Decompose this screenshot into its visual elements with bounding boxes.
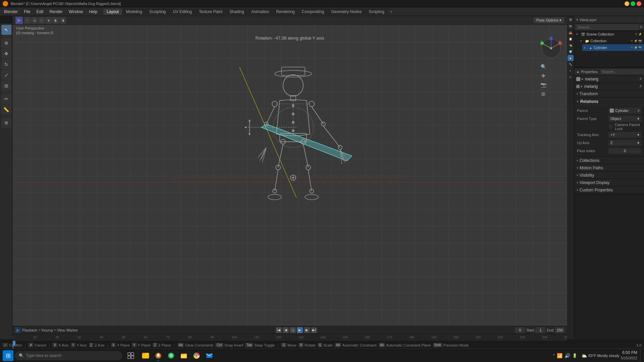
viewport-wireframe-btn[interactable]: □ — [38, 17, 45, 24]
shift-key[interactable]: Shift — [433, 343, 442, 347]
add-workspace-button[interactable]: + — [388, 9, 394, 15]
file-explorer-app[interactable] — [178, 350, 190, 362]
properties-search-input[interactable] — [600, 69, 644, 74]
object-subname-display[interactable]: metarig — [584, 84, 598, 89]
annotate-tool-button[interactable]: ✏ — [1, 94, 11, 104]
grid-view-button[interactable]: ⊞ — [539, 90, 547, 98]
battery-icon[interactable]: 🔋 — [572, 353, 577, 358]
outliner-filter-icon[interactable]: ⋮ — [638, 17, 642, 22]
show-hidden-icon[interactable]: ^ — [553, 353, 555, 358]
menu-edit[interactable]: Edit — [34, 9, 46, 15]
custom-properties-section-header[interactable]: ▸ Custom Properties — [574, 186, 644, 194]
tab-geometry-nodes[interactable]: Geometry Nodes — [328, 9, 365, 15]
viewport-canvas[interactable]: Rotation: -47.38 along global Y axis X Y… — [13, 25, 567, 339]
viewport-solid-btn[interactable]: ● — [45, 17, 52, 24]
view-layer-icon[interactable]: 📋 — [568, 36, 574, 42]
tab-texture-paint[interactable]: Texture Paint — [196, 9, 226, 15]
scene-props-icon[interactable]: 🎭 — [568, 42, 574, 48]
collections-section-header[interactable]: ▸ Collections — [574, 157, 644, 164]
menu-blender[interactable]: Blender — [1, 9, 20, 15]
viewport-rendered-btn[interactable]: ◑ — [59, 17, 66, 24]
pass-index-value[interactable]: 0 — [608, 148, 641, 154]
s-key[interactable]: S — [318, 343, 323, 347]
prev-frame-button[interactable]: ◀ — [283, 327, 289, 333]
menu-file[interactable]: File — [21, 9, 33, 15]
select-tool-button[interactable]: ↖ — [1, 25, 11, 35]
outliner-cylinder[interactable]: ▸ ▲ Cylinder 👁 ⚡ 📷 — [582, 44, 644, 51]
play-button[interactable]: ▶ — [297, 327, 303, 333]
tracking-axis-dropdown[interactable]: +Y ▾ — [608, 132, 641, 138]
coll-visible-icon[interactable]: 👁 — [630, 39, 633, 43]
keying-label[interactable]: Keying — [42, 328, 53, 332]
network-icon[interactable]: 📶 — [557, 353, 562, 358]
spotify-app[interactable] — [165, 350, 177, 362]
altalt-key[interactable]: Alt — [379, 343, 385, 347]
tab-modeling[interactable]: Modeling — [122, 9, 146, 15]
marker-label[interactable]: Marker — [66, 328, 78, 332]
tab-sculpting[interactable]: Sculpting — [146, 9, 169, 15]
visibility-section-header[interactable]: ▸ Visibility — [574, 172, 644, 179]
start-button[interactable]: ⊞ — [3, 350, 13, 361]
render-icon[interactable]: 📷 — [568, 23, 574, 29]
tab-layout[interactable]: Layout — [103, 9, 122, 15]
chrome-app[interactable] — [191, 350, 203, 362]
viewport-display-section-header[interactable]: ▸ Viewport Display — [574, 179, 644, 186]
x-key[interactable]: X — [52, 343, 57, 347]
object-subname-clear[interactable]: ✗ — [639, 84, 642, 88]
task-view-button[interactable] — [125, 350, 137, 362]
viewport-3d[interactable]: ▷ ○ ◎ □ ● ◐ ◑ Pose Options ▾ User Perspe… — [13, 16, 567, 339]
outliner-scene-collection[interactable]: ▾ 🎬 Scene Collection 👁 ⚡ — [574, 31, 644, 38]
current-frame-display[interactable]: 0 — [515, 327, 525, 333]
up-axis-dropdown[interactable]: Z ▾ — [608, 140, 641, 146]
maximize-button[interactable] — [631, 1, 635, 6]
menu-render[interactable]: Render — [47, 9, 65, 15]
start-frame-input[interactable]: 1 — [535, 327, 545, 333]
show-desktop-button[interactable] — [640, 350, 641, 362]
parent-type-dropdown[interactable]: Object ▾ — [608, 116, 641, 122]
y-key[interactable]: Y — [71, 343, 76, 347]
tab-rendering[interactable]: Rendering — [273, 9, 298, 15]
camera-parent-lock-checkbox[interactable] — [609, 124, 613, 129]
particles-icon[interactable]: ✦ — [568, 68, 574, 74]
cursor-tool-button[interactable]: ⊕ — [1, 38, 11, 48]
tab-scripting[interactable]: Scripting — [365, 9, 388, 15]
viewport-overlay-btn[interactable]: ○ — [24, 17, 31, 24]
outliner-filter-btn[interactable]: ⚙ — [640, 25, 643, 29]
measure-tool-button[interactable]: 📏 — [1, 105, 11, 115]
zz-key[interactable]: Z — [153, 343, 157, 347]
world-icon[interactable]: 🌍 — [568, 49, 574, 55]
timeline-scale[interactable]: 0102030405060708090100110120130140150160… — [13, 334, 567, 341]
tab-compositing[interactable]: Compositing — [299, 9, 328, 15]
taskbar-search[interactable]: 🔍 Type here to search — [15, 351, 122, 360]
scale-tool-button[interactable]: ⤢ — [1, 70, 11, 80]
object-name-clear[interactable]: ✗ — [639, 77, 642, 81]
coll-render-icon[interactable]: 📷 — [638, 39, 642, 43]
motion-paths-section-header[interactable]: ▸ Motion Paths — [574, 164, 644, 172]
parent-value[interactable]: Cylinder ✗ — [608, 108, 641, 114]
weather-display[interactable]: ⛅ 83°F Mostly cloudy — [581, 353, 620, 358]
zoom-in-button[interactable]: 🔍 — [539, 63, 547, 71]
camera-button[interactable]: 📷 — [539, 81, 547, 89]
yy-key[interactable]: Y — [132, 343, 137, 347]
add-tool-button[interactable]: ⊕ — [1, 118, 11, 128]
scene-icon[interactable]: 🎬 — [568, 17, 574, 23]
viewport-xray-btn[interactable]: ◎ — [31, 17, 38, 24]
tab-uv-editing[interactable]: UV Editing — [169, 9, 195, 15]
physics-icon[interactable]: ⚙ — [568, 74, 574, 80]
g-key[interactable]: G — [281, 343, 286, 347]
view-label[interactable]: View — [57, 328, 65, 332]
transform-section-header[interactable]: ▸ Transform — [574, 90, 644, 98]
coll-restrict-icon[interactable]: ⚡ — [634, 39, 638, 43]
menu-window[interactable]: Window — [66, 9, 86, 15]
object-name-display[interactable]: metarig — [585, 77, 598, 81]
confirm-key[interactable]: ✓ — [3, 343, 8, 347]
minimize-button[interactable] — [625, 1, 629, 6]
output-icon[interactable]: 📤 — [568, 29, 574, 36]
aa-key[interactable]: Alt — [335, 343, 341, 347]
visible-icon[interactable]: 👁 — [635, 33, 638, 36]
reverse-play-button[interactable]: ◁ — [290, 327, 296, 333]
tab-key[interactable]: Tab — [245, 343, 253, 347]
next-frame-button[interactable]: ▶ — [304, 327, 310, 333]
rotate-tool-button[interactable]: ↻ — [1, 59, 11, 69]
cancel-key[interactable]: ✗ — [28, 343, 34, 347]
